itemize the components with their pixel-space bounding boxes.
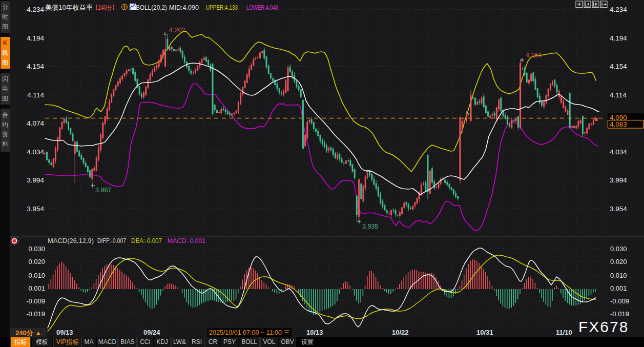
svg-text:4.154: 4.154 [27,63,44,70]
svg-text:4.034: 4.034 [610,148,627,156]
svg-text:UPPER:4.133: UPPER:4.133 [206,4,238,11]
svg-text:3.994: 3.994 [27,176,44,184]
svg-text:MID:4.090: MID:4.090 [169,4,199,11]
svg-text:LOWER:4.046: LOWER:4.046 [246,4,278,11]
svg-text:DIFF:-0.007: DIFF:-0.007 [97,237,126,244]
svg-text:-0.009: -0.009 [26,297,45,305]
svg-text:0.001: 0.001 [610,284,627,292]
svg-text:3.994: 3.994 [610,176,627,184]
svg-text:4.234: 4.234 [610,6,627,13]
svg-text:4.083: 4.083 [610,120,627,128]
svg-text:BOLL(20,2): BOLL(20,2) [136,4,167,11]
svg-text:0.020: 0.020 [28,258,45,266]
svg-text:-0.019: -0.019 [610,310,629,318]
svg-text:DEA:-0.007: DEA:-0.007 [131,237,162,244]
svg-text:4.074: 4.074 [27,119,44,127]
svg-text:0.010: 0.010 [610,272,627,279]
svg-text:4.202: 4.202 [169,27,185,34]
svg-text:3.935: 3.935 [362,223,378,230]
svg-text:0.030: 0.030 [28,245,45,253]
svg-text:3.954: 3.954 [610,205,627,213]
svg-text:4.114: 4.114 [27,91,44,99]
svg-text:4.194: 4.194 [27,34,44,42]
svg-text:0.020: 0.020 [610,258,627,266]
svg-text:0.001: 0.001 [28,284,45,292]
svg-text:3.954: 3.954 [27,205,44,213]
svg-text:4.194: 4.194 [610,34,627,42]
svg-text:-0.009: -0.009 [610,297,629,305]
svg-text:MACD(26,12,9): MACD(26,12,9) [48,237,94,244]
svg-text:4.234: 4.234 [27,6,44,13]
svg-text:4.154: 4.154 [610,63,627,70]
svg-text:3.987: 3.987 [95,187,111,194]
svg-text:4.164: 4.164 [526,52,542,59]
svg-text:0.030: 0.030 [610,245,627,253]
svg-text:4.114: 4.114 [610,91,627,99]
svg-text:0.010: 0.010 [28,272,45,279]
svg-text:-0.019: -0.019 [26,310,45,318]
svg-text:美债10年收益率: 美债10年收益率 [45,4,93,11]
svg-text:MACD:-0.001: MACD:-0.001 [168,237,205,244]
svg-text:【240分】: 【240分】 [93,4,117,11]
svg-text:4.034: 4.034 [27,148,44,156]
